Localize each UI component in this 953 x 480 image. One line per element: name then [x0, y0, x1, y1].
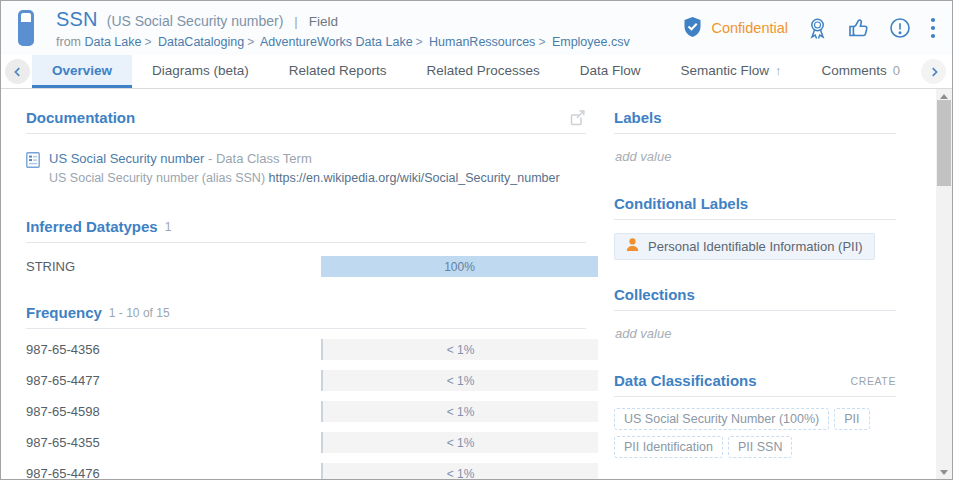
field-column-icon: [18, 10, 34, 46]
scrollbar-thumb[interactable]: [937, 100, 951, 186]
frequency-value: 987-65-4598: [26, 404, 321, 419]
conditional-labels-section-header: Conditional Labels: [614, 195, 896, 220]
breadcrumb-separator: >: [535, 35, 548, 49]
frequency-percentage-bar: < 1%: [321, 339, 598, 360]
conditional-labels-heading: Conditional Labels: [614, 195, 748, 212]
frequency-value: 987-65-4356: [26, 342, 321, 357]
documentation-term-item: US Social Security number - Data Class T…: [26, 151, 586, 185]
certify-medal-icon[interactable]: [807, 17, 828, 40]
inferred-datatypes-count: 1: [165, 220, 172, 234]
frequency-percentage: < 1%: [447, 374, 475, 388]
frequency-section-header: Frequency 1 - 10 of 15: [26, 304, 586, 329]
document-icon: [26, 151, 40, 185]
breadcrumb-item-humanressources[interactable]: HumanRessources: [429, 35, 535, 49]
breadcrumb-item-data-lake[interactable]: Data Lake: [84, 35, 141, 49]
documentation-section-header: Documentation: [26, 109, 586, 134]
tabs-scroll-right-button[interactable]: [921, 59, 946, 84]
page-subtitle: (US Social Security number): [107, 13, 284, 29]
classification-chip[interactable]: PII: [834, 408, 869, 430]
tab-label: Data Flow: [580, 63, 641, 78]
person-icon: [626, 238, 639, 255]
breadcrumb-prefix: from: [56, 35, 81, 49]
frequency-row: 987-65-4598 < 1%: [26, 401, 598, 422]
page-title: SSN: [56, 8, 98, 31]
wikipedia-link[interactable]: https://en.wikipedia.org/wiki/Social_Sec…: [269, 171, 560, 185]
frequency-percentage-bar: < 1%: [321, 370, 598, 391]
classification-chip[interactable]: PII Identification: [614, 436, 723, 458]
tab-label: Diagrams (beta): [152, 63, 249, 78]
tab-comments[interactable]: Comments 0: [802, 55, 921, 88]
breadcrumb-separator: >: [141, 35, 154, 49]
scroll-down-button[interactable]: [936, 465, 952, 479]
frequency-percentage: < 1%: [447, 467, 475, 480]
confidential-label: Confidential: [711, 20, 788, 36]
classification-chip[interactable]: PII SSN: [728, 436, 792, 458]
datatype-percentage-bar: 100%: [321, 256, 598, 277]
frequency-percentage-bar: < 1%: [321, 463, 598, 480]
title-divider: |: [292, 14, 299, 29]
tab-related-reports[interactable]: Related Reports: [269, 55, 407, 88]
content-area: Documentation: [1, 89, 952, 480]
labels-heading: Labels: [614, 109, 662, 126]
inferred-datatypes-heading: Inferred Datatypes: [26, 218, 158, 235]
datatype-percentage: 100%: [444, 260, 475, 274]
labels-add-value[interactable]: add value: [615, 149, 896, 164]
create-button[interactable]: CREATE: [851, 375, 896, 387]
breadcrumb-item-datacataloging[interactable]: DataCataloging: [158, 35, 244, 49]
term-description: US Social Security number (alias SSN): [49, 171, 265, 185]
data-classifications-heading: Data Classifications: [614, 372, 757, 389]
datatype-row: STRING 100%: [26, 256, 598, 277]
tab-semantic-flow[interactable]: Semantic Flow ↑: [660, 55, 801, 88]
comments-count: 0: [893, 63, 900, 78]
tab-diagrams-beta[interactable]: Diagrams (beta): [132, 55, 269, 88]
documentation-expand-icon[interactable]: [569, 109, 586, 126]
frequency-value: 987-65-4477: [26, 373, 321, 388]
app-window: SSN (US Social Security number) | Field …: [0, 0, 953, 480]
confidentiality-badge[interactable]: Confidential: [682, 16, 788, 41]
alert-circle-icon[interactable]: [889, 17, 911, 39]
vertical-scrollbar[interactable]: [936, 89, 952, 479]
frequency-row: 987-65-4355 < 1%: [26, 432, 598, 453]
triangle-up-icon: [940, 94, 948, 99]
triangle-down-icon: [940, 470, 948, 475]
frequency-percentage-bar: < 1%: [321, 432, 598, 453]
documentation-heading: Documentation: [26, 109, 135, 126]
tabs-scroll-left-button[interactable]: [5, 59, 30, 84]
arrow-up-icon: ↑: [775, 63, 782, 78]
classification-chip[interactable]: US Social Security Number (100%): [614, 408, 829, 430]
frequency-row: 987-65-4476 < 1%: [26, 463, 598, 480]
term-link[interactable]: US Social Security number: [49, 151, 204, 166]
collections-section-header: Collections: [614, 286, 896, 311]
frequency-percentage: < 1%: [447, 343, 475, 357]
tab-data-flow[interactable]: Data Flow: [560, 55, 661, 88]
tab-label: Overview: [52, 63, 112, 78]
thumbs-up-icon[interactable]: [847, 17, 870, 39]
conditional-label-chip-pii[interactable]: Personal Identifiable Information (PII): [614, 233, 875, 260]
kebab-menu-icon[interactable]: [930, 16, 936, 40]
tab-related-processes[interactable]: Related Processes: [406, 55, 559, 88]
tab-label: Semantic Flow: [680, 63, 769, 78]
frequency-row: 987-65-4477 < 1%: [26, 370, 598, 391]
frequency-row: 987-65-4356 < 1%: [26, 339, 598, 360]
tab-label: Comments: [822, 63, 887, 78]
entity-type-label: Field: [309, 14, 338, 29]
breadcrumb-item-adventureworks[interactable]: AdventureWorks Data Lake: [260, 35, 413, 49]
tab-label: Related Reports: [289, 63, 387, 78]
collections-add-value[interactable]: add value: [615, 326, 896, 341]
conditional-label-text: Personal Identifiable Information (PII): [648, 239, 863, 254]
frequency-heading: Frequency: [26, 304, 102, 321]
term-type-suffix: - Data Class Term: [208, 151, 312, 166]
breadcrumb-separator: >: [244, 35, 257, 49]
collections-heading: Collections: [614, 286, 695, 303]
shield-check-icon: [682, 16, 703, 41]
side-column: Labels add value Conditional Labels Pers…: [614, 89, 896, 480]
tab-overview[interactable]: Overview: [32, 55, 132, 88]
frequency-value: 987-65-4355: [26, 435, 321, 450]
data-classification-chips: US Social Security Number (100%)PIIPII I…: [614, 408, 896, 464]
frequency-percentage: < 1%: [447, 405, 475, 419]
breadcrumb-item-employee-csv[interactable]: Employee.csv: [552, 35, 630, 49]
data-classifications-section-header: Data Classifications CREATE: [614, 372, 896, 397]
datatype-label: STRING: [26, 259, 321, 274]
main-column: Documentation: [1, 89, 586, 480]
page-header: SSN (US Social Security number) | Field …: [1, 1, 952, 55]
